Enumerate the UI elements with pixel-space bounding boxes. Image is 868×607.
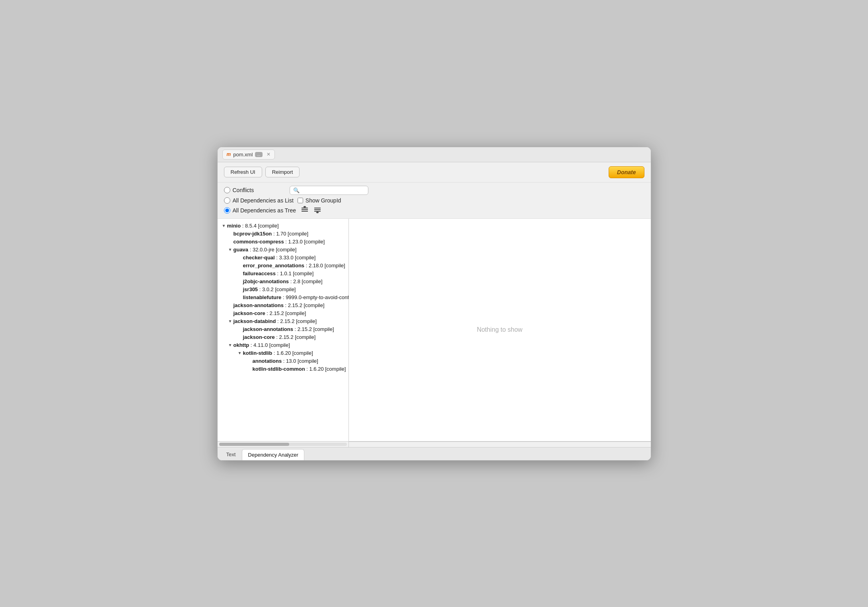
tree-row[interactable]: ▼okhttp : 4.11.0 [compile] [218,341,348,349]
show-groupid-checkbox[interactable] [298,198,303,203]
tree-row[interactable]: jackson-core : 2.15.2 [compile] [218,309,348,317]
tree-item-text: okhttp : 4.11.0 [compile] [234,342,290,348]
tree-toggle-icon [227,239,234,245]
tree-item-text: commons-compress : 1.23.0 [compile] [234,239,325,245]
tab-close-button[interactable]: ✕ [267,152,271,157]
toolbar: Refresh UI Reimport Donate [218,162,651,183]
tree-row[interactable]: bcprov-jdk15on : 1.70 [compile] [218,230,348,238]
tree-item-text: jackson-annotations : 2.15.2 [compile] [234,302,325,308]
tree-toggle-icon [237,294,243,301]
option-row-tree: All Dependencies as Tree [224,206,644,215]
tree-row[interactable]: jsr305 : 3.0.2 [compile] [218,286,348,294]
tree-item-text: kotlin-stdlib-common : 1.6.20 [compile] [253,366,346,372]
all-deps-tree-radio[interactable] [224,207,230,214]
tree-toggle-icon [237,334,243,340]
tree-row[interactable]: commons-compress : 1.23.0 [compile] [218,238,348,246]
all-deps-list-radio[interactable] [224,197,230,204]
tree-toggle-icon [237,270,243,277]
tab-badge: ... [255,152,262,157]
tree-toggle-icon[interactable]: ▼ [227,318,234,325]
tree-toggle-icon[interactable]: ▼ [227,247,234,253]
option-row-conflicts: Conflicts 🔍 [224,186,644,195]
tree-toggle-icon [237,278,243,285]
tab-text[interactable]: Text [221,449,241,460]
toolbar-left: Refresh UI Reimport [224,167,300,177]
tree-item-text: jackson-databind : 2.15.2 [compile] [234,318,317,324]
tree-toggle-icon [237,263,243,269]
maven-icon: m [227,152,231,157]
refresh-ui-button[interactable]: Refresh UI [224,167,262,177]
main-content: ▼minio : 8.5.4 [compile]bcprov-jdk15on :… [218,219,651,442]
options-bar: Conflicts 🔍 All Dependencies as List Sho… [218,183,651,219]
conflicts-radio[interactable] [224,187,230,193]
all-deps-tree-radio-label[interactable]: All Dependencies as Tree [224,207,296,214]
tree-panel[interactable]: ▼minio : 8.5.4 [compile]bcprov-jdk15on :… [218,219,349,441]
tree-toggle-icon[interactable]: ▼ [237,350,243,356]
tree-row[interactable]: jackson-annotations : 2.15.2 [compile] [218,302,348,309]
search-icon: 🔍 [293,187,300,193]
tree-item-text: guava : 32.0.0-jre [compile] [234,247,297,253]
tree-toggle-icon [227,310,234,317]
tree-item-text: jackson-core : 2.15.2 [compile] [234,310,306,316]
tree-row[interactable]: error_prone_annotations : 2.18.0 [compil… [218,262,348,270]
hscroll-area[interactable] [218,442,651,447]
tree-item-text: checker-qual : 3.33.0 [compile] [243,255,316,261]
hscroll-thumb[interactable] [219,443,290,446]
donate-button[interactable]: Donate [609,166,644,178]
tree-item-text: kotlin-stdlib : 1.6.20 [compile] [243,350,313,356]
tree-toggle-icon [246,358,253,364]
tree-item-text: listenablefuture : 9999.0-empty-to-avoid… [243,294,349,300]
conflicts-label: Conflicts [233,187,254,193]
tree-item-text: annotations : 13.0 [compile] [253,358,318,364]
tree-item-text: bcprov-jdk15on : 1.70 [compile] [234,231,309,237]
tab-filename: pom.xml [233,152,253,158]
search-box[interactable]: 🔍 [290,186,368,195]
tree-toggle-icon [227,231,234,237]
empty-state-label: Nothing to show [477,326,523,333]
tree-item-text: jackson-core : 2.15.2 [compile] [243,334,316,340]
file-tab[interactable]: m pom.xml ... ✕ [222,150,275,160]
expand-all-button[interactable] [300,206,309,215]
show-groupid-label: Show GroupId [306,197,341,204]
tree-item-text: failureaccess : 1.0.1 [compile] [243,270,314,276]
tree-row[interactable]: jackson-core : 2.15.2 [compile] [218,333,348,341]
tree-toggle-icon [237,326,243,333]
tree-item-text: jsr305 : 3.0.2 [compile] [243,286,296,292]
tree-toggle-icon [227,302,234,309]
all-deps-list-label: All Dependencies as List [233,197,294,204]
reimport-button[interactable]: Reimport [265,167,300,177]
tree-row[interactable]: jackson-annotations : 2.15.2 [compile] [218,325,348,333]
collapse-all-button[interactable] [313,206,322,215]
all-deps-list-radio-label[interactable]: All Dependencies as List [224,197,294,204]
tree-row[interactable]: ▼guava : 32.0.0-jre [compile] [218,246,348,254]
tree-row[interactable]: failureaccess : 1.0.1 [compile] [218,270,348,278]
search-input[interactable] [301,187,365,193]
tree-item-text: error_prone_annotations : 2.18.0 [compil… [243,263,345,268]
hscroll-track[interactable] [219,443,347,446]
tree-row[interactable]: listenablefuture : 9999.0-empty-to-avoid… [218,294,348,302]
bottom-tabs: Text Dependency Analyzer [218,447,651,460]
tab-dependency-analyzer[interactable]: Dependency Analyzer [242,449,304,460]
tree-row[interactable]: ▼kotlin-stdlib : 1.6.20 [compile] [218,349,348,357]
conflicts-radio-label[interactable]: Conflicts [224,187,254,193]
tree-toggle-icon [237,255,243,261]
tree-item-text: j2objc-annotations : 2.8 [compile] [243,278,323,284]
tree-toggle-icon[interactable]: ▼ [227,342,234,348]
tree-toggle-icon[interactable]: ▼ [221,223,227,229]
tree-row[interactable]: annotations : 13.0 [compile] [218,357,348,365]
tree-row[interactable]: checker-qual : 3.33.0 [compile] [218,254,348,262]
tree-toggle-icon [237,286,243,293]
all-deps-tree-label: All Dependencies as Tree [233,207,296,214]
main-window: m pom.xml ... ✕ Refresh UI Reimport Dona… [217,147,651,461]
tree-icons [300,206,322,215]
show-groupid-checkbox-label[interactable]: Show GroupId [298,197,341,204]
hscroll-inner[interactable] [218,442,349,447]
tree-row[interactable]: ▼minio : 8.5.4 [compile] [218,222,348,230]
tree-item-text: minio : 8.5.4 [compile] [227,223,279,229]
option-row-list: All Dependencies as List Show GroupId [224,197,644,204]
tree-row[interactable]: kotlin-stdlib-common : 1.6.20 [compile] [218,365,348,373]
right-panel: Nothing to show [349,219,651,441]
tree-toggle-icon [246,366,253,372]
tree-row[interactable]: j2objc-annotations : 2.8 [compile] [218,278,348,286]
tree-row[interactable]: ▼jackson-databind : 2.15.2 [compile] [218,317,348,325]
